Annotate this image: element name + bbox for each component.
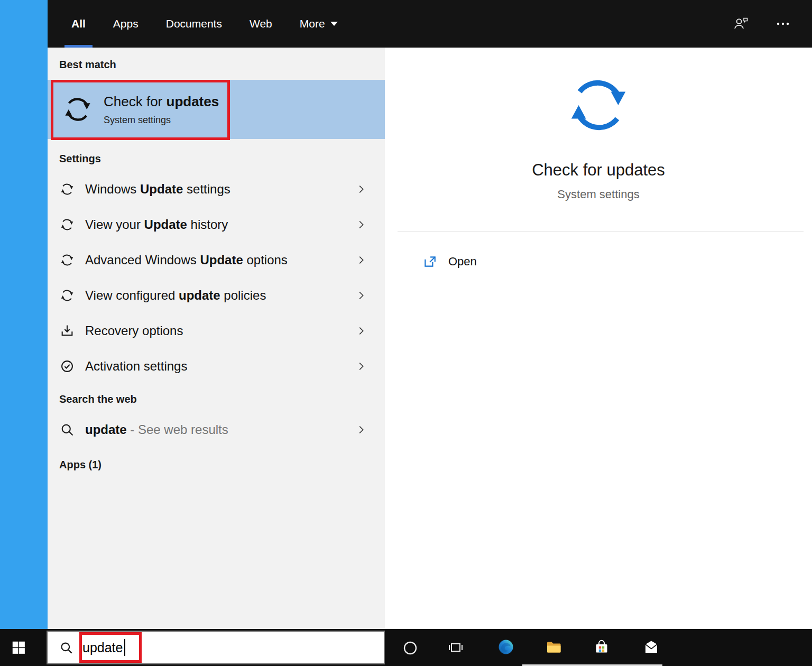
mail-icon bbox=[643, 639, 660, 656]
desktop-background bbox=[0, 0, 48, 629]
result-label: Activation settings bbox=[85, 359, 187, 374]
chevron-right-icon[interactable] bbox=[355, 254, 367, 266]
best-match-header: Best match bbox=[48, 48, 385, 71]
start-button[interactable] bbox=[0, 629, 37, 666]
search-icon bbox=[59, 641, 73, 655]
result-activation-settings[interactable]: Activation settings bbox=[48, 348, 385, 384]
search-web-header: Search the web bbox=[48, 393, 385, 405]
chevron-right-icon[interactable] bbox=[355, 290, 367, 301]
windows-logo-icon bbox=[11, 640, 26, 655]
tab-all[interactable]: All bbox=[71, 0, 86, 48]
best-match-subtitle: System settings bbox=[104, 115, 219, 126]
result-label: View your Update history bbox=[85, 217, 228, 232]
best-match-title-pre: Check for bbox=[104, 94, 167, 109]
label-post: settings bbox=[183, 182, 230, 196]
tab-apps-label: Apps bbox=[113, 17, 139, 30]
settings-header: Settings bbox=[48, 153, 385, 165]
search-tabs: All Apps Documents Web More bbox=[48, 0, 338, 48]
account-feedback-icon[interactable] bbox=[733, 16, 749, 32]
edge-button[interactable] bbox=[494, 629, 519, 666]
sync-icon bbox=[60, 217, 75, 232]
tab-web-label: Web bbox=[250, 17, 272, 30]
label-post: options bbox=[243, 253, 288, 267]
task-view-button[interactable] bbox=[443, 629, 468, 666]
tab-apps[interactable]: Apps bbox=[113, 0, 139, 48]
sync-icon bbox=[60, 253, 75, 267]
search-icon bbox=[60, 422, 75, 437]
result-label: View configured update policies bbox=[85, 288, 266, 303]
search-results-panel: Best match Check for updates System sett… bbox=[48, 48, 385, 629]
tab-more-label: More bbox=[300, 17, 325, 30]
open-action[interactable]: Open bbox=[423, 255, 812, 269]
search-input-value[interactable]: update bbox=[82, 640, 123, 655]
chevron-right-icon[interactable] bbox=[355, 183, 367, 195]
tab-documents[interactable]: Documents bbox=[166, 0, 222, 48]
label-pre: View your bbox=[85, 217, 144, 232]
tab-documents-label: Documents bbox=[166, 17, 222, 30]
open-in-new-icon bbox=[423, 255, 437, 269]
preview-subtitle: System settings bbox=[385, 188, 812, 201]
web-search-term: update bbox=[85, 422, 127, 437]
cortana-button[interactable] bbox=[397, 629, 422, 666]
preview-title: Check for updates bbox=[385, 161, 812, 180]
best-match-result[interactable]: Check for updates System settings bbox=[48, 80, 385, 139]
apps-header: Apps (1) bbox=[48, 459, 385, 471]
taskbar: update bbox=[0, 629, 812, 666]
best-match-title-match: updates bbox=[167, 94, 219, 109]
label-post: history bbox=[187, 217, 228, 232]
web-search-suffix: - See web results bbox=[127, 422, 228, 437]
label-match: Update bbox=[200, 253, 243, 267]
label-pre: View configured bbox=[85, 288, 179, 302]
more-options-icon[interactable] bbox=[775, 16, 791, 32]
file-explorer-button[interactable] bbox=[541, 629, 567, 666]
topbar-actions bbox=[733, 0, 812, 48]
result-advanced-update-options[interactable]: Advanced Windows Update options bbox=[48, 242, 385, 278]
chevron-right-icon[interactable] bbox=[355, 325, 367, 337]
taskbar-search-box[interactable]: update bbox=[47, 631, 385, 664]
search-tab-bar: All Apps Documents Web More bbox=[48, 0, 812, 48]
result-label: Recovery options bbox=[85, 323, 183, 338]
preview-divider bbox=[398, 231, 804, 232]
cortana-icon bbox=[402, 640, 418, 655]
label-match: update bbox=[179, 288, 220, 302]
chevron-right-icon[interactable] bbox=[355, 424, 367, 436]
label-pre: Advanced Windows bbox=[85, 253, 200, 267]
result-windows-update-settings[interactable]: Windows Update settings bbox=[48, 171, 385, 207]
chevron-down-icon bbox=[330, 22, 338, 26]
label-match: Update bbox=[144, 217, 187, 232]
sync-icon bbox=[62, 94, 93, 125]
label-post: policies bbox=[220, 288, 266, 302]
result-view-update-history[interactable]: View your Update history bbox=[48, 207, 385, 242]
open-action-label: Open bbox=[448, 255, 477, 269]
best-match-text: Check for updates System settings bbox=[104, 94, 219, 126]
activation-icon bbox=[60, 359, 75, 374]
preview-panel: Check for updates System settings Open bbox=[385, 48, 812, 629]
sync-icon bbox=[60, 182, 75, 197]
chevron-right-icon[interactable] bbox=[355, 219, 367, 230]
label-pre: Windows bbox=[85, 182, 140, 196]
result-web-search[interactable]: update - See web results bbox=[48, 412, 385, 447]
web-results: update - See web results bbox=[48, 412, 385, 447]
chevron-right-icon[interactable] bbox=[355, 360, 367, 372]
result-configured-update-policies[interactable]: View configured update policies bbox=[48, 278, 385, 313]
sync-icon bbox=[60, 288, 75, 303]
sync-icon bbox=[565, 72, 632, 138]
result-label: Windows Update settings bbox=[85, 182, 230, 197]
result-label: Advanced Windows Update options bbox=[85, 253, 288, 267]
best-match-title: Check for updates bbox=[104, 94, 219, 110]
label-pre: Recovery options bbox=[85, 323, 183, 338]
result-label: update - See web results bbox=[85, 422, 228, 437]
file-explorer-icon bbox=[546, 639, 563, 656]
mail-button[interactable] bbox=[639, 629, 664, 666]
label-match: Update bbox=[140, 182, 183, 196]
tab-more[interactable]: More bbox=[300, 0, 338, 48]
active-tab-underline bbox=[64, 45, 93, 48]
microsoft-store-icon bbox=[593, 639, 611, 656]
result-recovery-options[interactable]: Recovery options bbox=[48, 313, 385, 348]
recovery-icon bbox=[60, 323, 75, 338]
tab-all-label: All bbox=[71, 17, 86, 30]
tab-web[interactable]: Web bbox=[250, 0, 272, 48]
label-pre: Activation settings bbox=[85, 359, 187, 373]
edge-icon bbox=[497, 639, 515, 656]
microsoft-store-button[interactable] bbox=[589, 629, 614, 666]
